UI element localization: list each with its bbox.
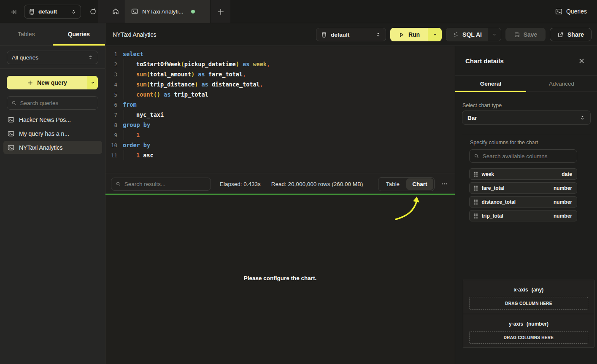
query-list-item[interactable]: NYTaxi Analytics — [3, 141, 102, 154]
column-row[interactable]: distance_totalnumber — [469, 196, 577, 208]
play-icon — [398, 32, 405, 38]
code-line: 10order by — [105, 140, 455, 150]
plus-icon — [27, 80, 33, 86]
line-number: 3 — [105, 71, 117, 78]
line-number: 4 — [105, 81, 117, 88]
editor-title-bar: NYTaxi Analytics default — [105, 23, 597, 46]
drag-handle-icon[interactable] — [474, 172, 478, 177]
plus-icon — [217, 8, 224, 16]
column-name: week — [482, 171, 558, 177]
refresh-button[interactable] — [87, 5, 99, 17]
drag-handle-icon[interactable] — [474, 213, 478, 218]
column-type: date — [562, 171, 572, 177]
terminal-icon — [131, 8, 138, 15]
share-icon — [557, 32, 564, 38]
sidebar-tab-queries[interactable]: Queries — [53, 23, 105, 45]
line-number: 1 — [105, 51, 117, 57]
new-tab-button[interactable] — [214, 6, 227, 18]
view-tab-chart[interactable]: Chart — [406, 178, 433, 190]
results-search[interactable] — [111, 178, 211, 191]
save-button[interactable]: Save — [505, 28, 546, 41]
sql-ai-dropdown[interactable] — [488, 28, 501, 41]
code-line: 91 — [105, 130, 455, 140]
chart-type-label: Select chart type — [462, 102, 502, 108]
queries-shortcut-button[interactable]: Queries — [555, 0, 587, 23]
column-type: number — [554, 213, 572, 219]
home-tab[interactable] — [106, 0, 125, 23]
x-axis-drop-zone[interactable]: DRAG COLUMN HERE — [469, 297, 588, 310]
column-row[interactable]: fare_totalnumber — [469, 182, 577, 194]
chevron-up-down-icon — [580, 115, 585, 121]
chart-details-title: Chart details — [465, 57, 576, 65]
tab-title: NYTaxi Analyti... — [142, 8, 184, 15]
panel-divider — [462, 134, 591, 134]
database-icon — [29, 8, 35, 15]
collapse-sidebar-icon — [10, 8, 17, 16]
column-row[interactable]: weekdate — [469, 168, 577, 180]
axis-config: x-axis(any) DRAG COLUMN HERE y-axis(numb… — [463, 280, 594, 348]
query-list-item[interactable]: Hacker News Pos... — [3, 113, 102, 126]
chart-empty-message: Please configure the chart. — [105, 275, 455, 281]
sql-editor[interactable]: 1select2toStartOfWeek(pickup_datetime) a… — [105, 46, 455, 173]
code-line: 111 asc — [105, 150, 455, 160]
query-filter-select[interactable]: All queries — [7, 51, 98, 64]
editor-actions: default Run — [316, 28, 592, 41]
close-panel-button[interactable] — [576, 55, 587, 66]
column-row[interactable]: trip_totalnumber — [469, 210, 577, 221]
queries-shortcut-label: Queries — [566, 8, 587, 15]
columns-search[interactable] — [469, 149, 577, 163]
annotation-arrow — [392, 196, 424, 223]
share-label: Share — [567, 31, 584, 38]
line-number: 11 — [105, 152, 117, 159]
terminal-icon — [555, 8, 562, 15]
column-type: number — [554, 185, 572, 191]
database-icon — [321, 32, 327, 38]
code-line: 5count() as trip_total — [105, 89, 455, 100]
ellipsis-icon — [441, 181, 448, 187]
search-icon — [474, 153, 479, 159]
topbar-database-value: default — [38, 8, 57, 15]
run-options-dropdown[interactable] — [428, 28, 442, 41]
code-line: 8group by — [105, 120, 455, 130]
sql-ai-button[interactable]: SQL AI — [446, 28, 488, 41]
query-list-item[interactable]: My query has a n... — [3, 127, 102, 140]
line-number: 9 — [105, 132, 117, 138]
column-name: trip_total — [482, 213, 549, 219]
panel-tab-general[interactable]: General — [455, 75, 526, 92]
column-name: distance_total — [482, 199, 549, 205]
collapse-sidebar-button[interactable] — [8, 6, 19, 18]
new-query-main[interactable]: New query — [7, 76, 87, 89]
query-search-input[interactable] — [20, 100, 94, 106]
chart-type-value: Bar — [467, 115, 477, 121]
top-bar: default NYTaxi Analyti... — [0, 0, 597, 23]
drag-handle-icon[interactable] — [474, 200, 478, 205]
code-line: 2toStartOfWeek(pickup_datetime) as week, — [105, 59, 455, 69]
drag-handle-icon[interactable] — [474, 186, 478, 191]
search-icon — [11, 100, 17, 106]
chart-type-select[interactable]: Bar — [462, 111, 591, 125]
line-number: 5 — [105, 92, 117, 98]
new-query-button[interactable]: New query — [7, 76, 98, 89]
view-tab-table[interactable]: Table — [379, 178, 406, 190]
x-axis-section: x-axis(any) DRAG COLUMN HERE — [463, 280, 594, 314]
y-axis-section: y-axis(number) DRAG COLUMNS HERE — [463, 314, 594, 348]
code-line: 1select — [105, 49, 455, 59]
topbar-database-selector[interactable]: default — [24, 5, 81, 19]
query-search[interactable] — [7, 96, 98, 110]
results-search-input[interactable] — [124, 181, 206, 187]
chevron-down-icon — [90, 80, 95, 85]
panel-tab-advanced[interactable]: Advanced — [526, 75, 597, 92]
read-stat: Read: 20,000,000 rows (260.00 MB) — [271, 181, 363, 187]
y-axis-drop-zone[interactable]: DRAG COLUMNS HERE — [469, 331, 588, 344]
sidebar-tab-tables[interactable]: Tables — [0, 23, 53, 45]
editor-database-selector[interactable]: default — [316, 28, 386, 41]
home-icon — [112, 8, 119, 15]
results-more-button[interactable] — [438, 178, 451, 190]
run-label: Run — [408, 31, 420, 38]
tab-nytaxi-analytics[interactable]: NYTaxi Analyti... — [125, 0, 211, 23]
run-button[interactable]: Run — [390, 28, 428, 41]
new-query-dropdown[interactable] — [87, 76, 98, 89]
sidebar-tabs: TablesQueries — [0, 23, 105, 46]
columns-search-input[interactable] — [483, 153, 573, 159]
share-button[interactable]: Share — [550, 28, 592, 41]
